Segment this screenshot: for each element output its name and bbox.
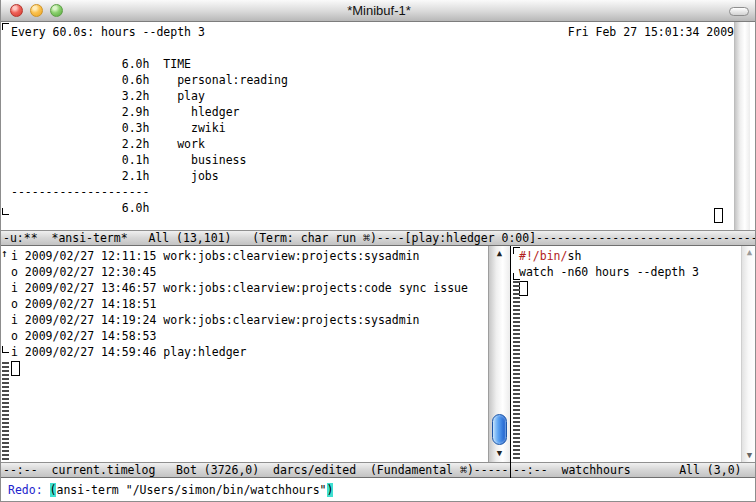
scroll-up-arrow-icon[interactable]: ▲	[742, 246, 756, 259]
shebang-prefix: #!/bin/	[519, 249, 567, 263]
report-line: 0.6h personal:reading	[11, 72, 288, 88]
timelog-entry: i 2009/02/27 12:11:15 work:jobs:clearvie…	[11, 248, 468, 264]
timelog-entries: i 2009/02/27 12:11:15 work:jobs:clearvie…	[11, 248, 468, 360]
term-scrollbar[interactable]	[734, 22, 750, 230]
ansi-term-modeline[interactable]: -u:** *ansi-term* All (13,101) (Term: ch…	[1, 230, 756, 246]
fringe-top-angle-icon	[2, 23, 9, 30]
report-line: 3.2h play	[11, 88, 288, 104]
minibuffer-prompt: Redo:	[8, 483, 50, 497]
watch-header-date: Fri Feb 27 15:01:34 2009	[568, 24, 734, 40]
report-separator-line: --------------------	[11, 184, 288, 200]
watch-header-left: Every 60.0s: hours --depth 3	[11, 24, 205, 40]
report-line: 2.2h work	[11, 136, 288, 152]
fringe-empty-lines-icon	[513, 281, 520, 461]
hours-report: 6.0h TIME 0.6h personal:reading 3.2h pla…	[11, 56, 288, 216]
window-title: *Minibuf-1*	[1, 0, 756, 22]
watchhours-scrollbar[interactable]: ▲ ▼	[741, 246, 756, 462]
timelog-entry: o 2009/02/27 12:30:45	[11, 264, 468, 280]
minibuffer[interactable]: Redo: (ansi-term "/Users/simon/bin/watch…	[1, 478, 756, 502]
title-bar: *Minibuf-1*	[1, 0, 756, 22]
timelog-hollow-cursor	[11, 361, 20, 376]
timelog-scrollbar[interactable]: ▲ ▼	[488, 246, 510, 462]
report-line: 6.0h TIME	[11, 56, 288, 72]
watchhours-modeline[interactable]: --:-- watchhours All (3,0)	[511, 462, 756, 478]
toolbar-toggle-button[interactable]	[729, 7, 749, 16]
fringe-up-arrow-icon: ↑	[1, 249, 8, 259]
timelog-modeline[interactable]: --:-- current.timelog Bot (3726,0) darcs…	[1, 462, 510, 478]
fringe-bottom-angle-icon	[2, 346, 9, 353]
fringe-empty-lines-icon	[2, 362, 9, 462]
timelog-entry: i 2009/02/27 14:59:46 play:hledger	[11, 344, 468, 360]
script-command-line: watch -n60 hours --depth 3	[519, 264, 699, 280]
shebang-line: #!/bin/sh	[519, 248, 699, 264]
scrollbar-thumb[interactable]	[492, 414, 507, 445]
emacs-frame: *Minibuf-1* Every 60.0s: hours --depth 3…	[0, 0, 756, 502]
scroll-up-arrow-icon[interactable]: ▲	[489, 247, 510, 260]
report-line: 2.9h hledger	[11, 104, 288, 120]
shebang-interpreter: sh	[567, 249, 581, 263]
minibuffer-line: Redo: (ansi-term "/Users/simon/bin/watch…	[8, 482, 333, 498]
scroll-down-arrow-icon[interactable]: ▼	[742, 449, 756, 462]
paren-close-highlight: )	[327, 483, 334, 497]
report-total-line: 6.0h	[11, 200, 288, 216]
timelog-entry: o 2009/02/27 14:18:51	[11, 296, 468, 312]
report-line: 2.1h jobs	[11, 168, 288, 184]
terminal-hollow-cursor	[714, 208, 723, 223]
ansi-term-window[interactable]: Every 60.0s: hours --depth 3 Fri Feb 27 …	[1, 22, 756, 230]
watchhours-window[interactable]: #!/bin/sh watch -n60 hours --depth 3 ▲ ▼	[511, 246, 756, 462]
minibuffer-command: ansi-term "/Users/simon/bin/watchhours"	[56, 483, 326, 497]
fringe-bottom-angle-icon	[2, 208, 9, 215]
script-text: #!/bin/sh watch -n60 hours --depth 3	[519, 248, 699, 280]
timelog-entry: i 2009/02/27 13:46:57 work:jobs:clearvie…	[11, 280, 468, 296]
script-hollow-cursor	[519, 281, 528, 296]
fringe-bottom-angle-icon	[513, 273, 520, 280]
scroll-down-arrow-icon[interactable]: ▼	[489, 447, 510, 460]
timelog-entry: o 2009/02/27 14:58:53	[11, 328, 468, 344]
report-line: 0.1h business	[11, 152, 288, 168]
timelog-entry: i 2009/02/27 14:19:24 work:jobs:clearvie…	[11, 312, 468, 328]
report-line: 0.3h zwiki	[11, 120, 288, 136]
timelog-window[interactable]: ↑ i 2009/02/27 12:11:15 work:jobs:clearv…	[1, 246, 488, 462]
